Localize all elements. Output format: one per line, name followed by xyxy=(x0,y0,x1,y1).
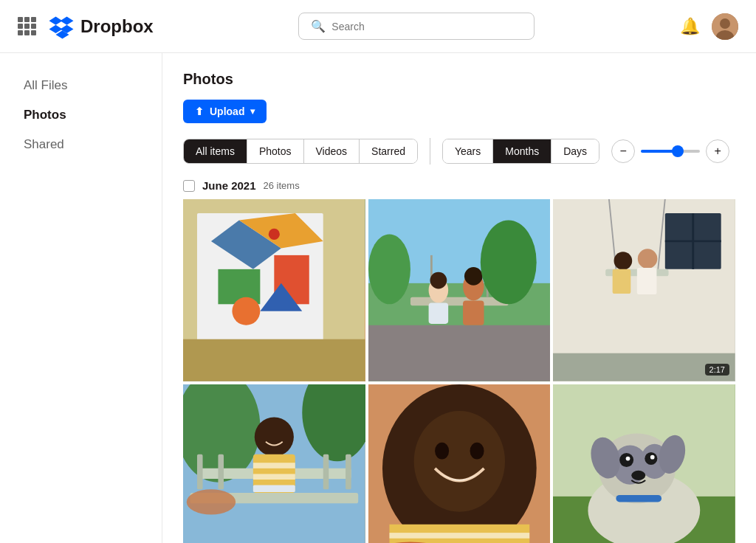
svg-rect-23 xyxy=(463,301,484,325)
svg-rect-46 xyxy=(218,454,224,489)
svg-rect-62 xyxy=(389,533,529,539)
page-title: Photos xyxy=(183,71,735,88)
zoom-out-icon: − xyxy=(619,145,626,158)
tab-videos[interactable]: Videos xyxy=(304,139,360,163)
grid-menu-icon[interactable] xyxy=(18,17,36,35)
svg-rect-15 xyxy=(368,325,551,381)
zoom-out-button[interactable]: − xyxy=(611,139,635,163)
search-input[interactable] xyxy=(331,21,522,32)
filter-tabs-time: Years Months Days xyxy=(442,139,599,164)
svg-point-12 xyxy=(269,229,280,240)
svg-rect-53 xyxy=(253,474,295,480)
svg-point-21 xyxy=(430,272,447,289)
photo-image-3 xyxy=(553,199,735,381)
avatar-image xyxy=(712,13,738,40)
filter-bar: All items Photos Videos Starred Years Mo… xyxy=(183,138,735,165)
tab-starred[interactable]: Starred xyxy=(360,139,417,163)
main-layout: All Files Photos Shared Photos ⬆ Upload … xyxy=(0,53,756,543)
svg-rect-45 xyxy=(197,454,203,489)
photo-image-1 xyxy=(183,199,365,381)
search-icon: 🔍 xyxy=(311,19,326,33)
photo-image-4 xyxy=(183,384,365,543)
svg-rect-48 xyxy=(346,454,351,489)
svg-point-78 xyxy=(632,470,646,480)
avatar[interactable] xyxy=(712,13,738,40)
notifications-icon[interactable]: 🔔 xyxy=(680,17,700,36)
zoom-in-button[interactable]: + xyxy=(706,139,729,163)
search-area: 🔍 xyxy=(165,13,668,40)
svg-point-26 xyxy=(368,234,410,304)
search-bar[interactable]: 🔍 xyxy=(298,13,535,40)
logo-text: Dropbox xyxy=(80,16,154,37)
svg-point-24 xyxy=(464,267,483,286)
tab-months[interactable]: Months xyxy=(493,139,551,163)
svg-rect-52 xyxy=(253,463,295,468)
zoom-in-icon: + xyxy=(714,145,721,158)
svg-point-25 xyxy=(480,220,536,304)
svg-rect-47 xyxy=(323,454,329,489)
svg-rect-20 xyxy=(428,302,448,323)
svg-rect-11 xyxy=(183,339,365,381)
zoom-controls: − + xyxy=(611,139,729,163)
svg-point-59 xyxy=(435,442,449,459)
section-title: June 2021 xyxy=(202,179,256,192)
filter-separator xyxy=(430,138,430,165)
upload-button-label: Upload xyxy=(210,106,244,117)
sidebar: All Files Photos Shared xyxy=(0,53,162,543)
sidebar-item-shared[interactable]: Shared xyxy=(0,130,162,159)
tab-years[interactable]: Years xyxy=(443,139,493,163)
svg-rect-79 xyxy=(616,495,662,502)
photo-image-6 xyxy=(553,384,735,543)
tab-days[interactable]: Days xyxy=(551,139,599,163)
main-content: Photos ⬆ Upload ▾ All items Photos Video… xyxy=(162,53,756,543)
section-checkbox[interactable] xyxy=(183,180,195,192)
zoom-slider[interactable] xyxy=(641,150,700,153)
svg-rect-39 xyxy=(637,268,657,294)
section-count: 26 items xyxy=(264,180,300,191)
photo-cell-3[interactable]: 2:17 xyxy=(553,199,735,381)
svg-point-60 xyxy=(470,442,484,459)
logo-link[interactable]: Dropbox xyxy=(48,13,154,40)
photo-cell-1[interactable] xyxy=(183,199,365,381)
svg-point-55 xyxy=(187,489,236,514)
sidebar-item-all-files[interactable]: All Files xyxy=(0,71,162,100)
photo-cell-5[interactable] xyxy=(368,384,551,543)
upload-button[interactable]: ⬆ Upload ▾ xyxy=(183,100,267,123)
filter-tabs-type: All items Photos Videos Starred xyxy=(183,139,418,164)
svg-point-38 xyxy=(638,249,658,269)
photo-image-5 xyxy=(368,384,551,543)
svg-rect-54 xyxy=(253,485,295,491)
upload-chevron-icon: ▾ xyxy=(250,106,255,117)
svg-point-1 xyxy=(720,18,730,29)
tab-all-items[interactable]: All items xyxy=(184,139,247,163)
svg-rect-37 xyxy=(613,269,631,294)
tab-photos[interactable]: Photos xyxy=(247,139,304,163)
svg-rect-16 xyxy=(410,297,509,305)
svg-point-76 xyxy=(626,456,630,460)
photo-cell-4[interactable] xyxy=(183,384,365,543)
topnav-left: Dropbox xyxy=(18,13,154,40)
photo-grid: 2:17 xyxy=(183,199,735,543)
photo-image-2 xyxy=(368,199,551,381)
topnav-right: 🔔 xyxy=(680,13,738,40)
svg-rect-7 xyxy=(218,269,260,304)
dropbox-logo-icon xyxy=(48,13,75,40)
svg-point-77 xyxy=(650,454,655,459)
video-duration-badge: 2:17 xyxy=(705,364,729,376)
svg-point-50 xyxy=(255,417,294,456)
topnav: Dropbox 🔍 🔔 xyxy=(0,0,756,53)
svg-point-58 xyxy=(413,411,504,512)
photo-cell-6[interactable] xyxy=(553,384,735,543)
sidebar-item-photos[interactable]: Photos xyxy=(0,100,162,130)
upload-arrow-icon: ⬆ xyxy=(195,106,204,117)
photo-cell-2[interactable] xyxy=(368,199,551,381)
section-header: June 2021 26 items xyxy=(183,179,735,192)
svg-point-36 xyxy=(614,252,633,270)
svg-point-9 xyxy=(232,297,260,325)
